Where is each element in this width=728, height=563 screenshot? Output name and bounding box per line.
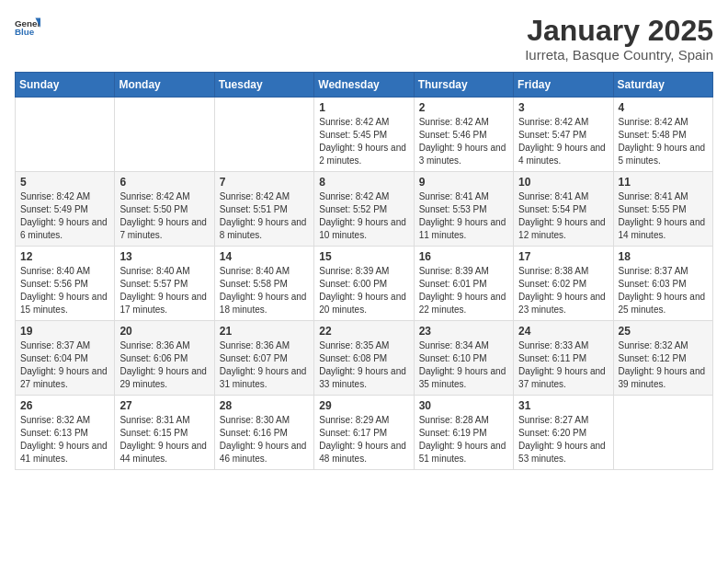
day-number: 5: [20, 176, 109, 189]
day-sunrise: Sunrise: 8:42 AM: [119, 190, 209, 203]
day-sunrise: Sunrise: 8:35 AM: [319, 339, 408, 352]
day-daylight: Daylight: 9 hours and 4 minutes.: [518, 142, 608, 167]
day-number: 19: [20, 325, 109, 338]
table-row: [115, 98, 214, 172]
day-number: 27: [119, 399, 209, 412]
day-daylight: Daylight: 9 hours and 20 minutes.: [319, 291, 408, 316]
day-number: 2: [419, 101, 508, 114]
day-sunset: Sunset: 6:15 PM: [119, 427, 209, 440]
day-sunrise: Sunrise: 8:40 AM: [20, 265, 109, 278]
table-row: [214, 98, 313, 172]
day-number: 18: [619, 250, 708, 263]
day-sunrise: Sunrise: 8:36 AM: [220, 339, 309, 352]
day-sunrise: Sunrise: 8:42 AM: [20, 190, 109, 203]
day-daylight: Daylight: 9 hours and 33 minutes.: [319, 365, 408, 391]
table-row: 22 Sunrise: 8:35 AM Sunset: 6:08 PM Dayl…: [314, 321, 414, 396]
table-row: 3 Sunrise: 8:42 AM Sunset: 5:47 PM Dayli…: [514, 98, 613, 172]
day-sunrise: Sunrise: 8:41 AM: [619, 190, 708, 203]
table-row: [16, 98, 115, 172]
day-number: 16: [419, 250, 508, 263]
table-row: 10 Sunrise: 8:41 AM Sunset: 5:54 PM Dayl…: [514, 172, 613, 247]
day-sunrise: Sunrise: 8:34 AM: [419, 339, 508, 352]
day-daylight: Daylight: 9 hours and 14 minutes.: [619, 216, 708, 242]
day-sunrise: Sunrise: 8:30 AM: [220, 414, 309, 427]
day-sunset: Sunset: 5:48 PM: [619, 129, 708, 142]
day-sunset: Sunset: 6:17 PM: [319, 427, 408, 440]
day-number: 22: [319, 325, 408, 338]
logo: General Blue: [15, 15, 40, 40]
title-block: January 2025 Iurreta, Basque Country, Sp…: [525, 15, 713, 63]
day-number: 17: [518, 250, 608, 263]
day-sunset: Sunset: 6:04 PM: [20, 352, 109, 365]
header-friday: Friday: [514, 73, 613, 98]
day-sunrise: Sunrise: 8:39 AM: [419, 265, 508, 278]
table-row: 8 Sunrise: 8:42 AM Sunset: 5:52 PM Dayli…: [314, 172, 414, 247]
day-daylight: Daylight: 9 hours and 11 minutes.: [419, 216, 508, 242]
day-sunrise: Sunrise: 8:42 AM: [419, 116, 508, 129]
day-sunset: Sunset: 6:20 PM: [518, 427, 608, 440]
day-daylight: Daylight: 9 hours and 23 minutes.: [518, 291, 608, 316]
day-sunrise: Sunrise: 8:36 AM: [119, 339, 209, 352]
day-number: 7: [220, 176, 309, 189]
day-sunset: Sunset: 5:54 PM: [518, 203, 608, 216]
day-sunset: Sunset: 5:53 PM: [419, 203, 508, 216]
svg-text:Blue: Blue: [15, 27, 35, 37]
day-daylight: Daylight: 9 hours and 18 minutes.: [220, 291, 309, 316]
day-daylight: Daylight: 9 hours and 3 minutes.: [419, 142, 508, 167]
day-daylight: Daylight: 9 hours and 37 minutes.: [518, 365, 608, 391]
table-row: 19 Sunrise: 8:37 AM Sunset: 6:04 PM Dayl…: [16, 321, 115, 396]
day-sunrise: Sunrise: 8:33 AM: [518, 339, 608, 352]
day-number: 11: [619, 176, 708, 189]
page-header: General Blue January 2025 Iurreta, Basqu…: [15, 15, 713, 63]
day-sunrise: Sunrise: 8:42 AM: [518, 116, 608, 129]
day-daylight: Daylight: 9 hours and 41 minutes.: [20, 440, 109, 465]
day-sunset: Sunset: 5:51 PM: [220, 203, 309, 216]
day-sunrise: Sunrise: 8:41 AM: [518, 190, 608, 203]
table-row: 16 Sunrise: 8:39 AM Sunset: 6:01 PM Dayl…: [414, 247, 513, 321]
day-sunset: Sunset: 5:57 PM: [119, 278, 209, 291]
day-daylight: Daylight: 9 hours and 39 minutes.: [619, 365, 708, 391]
table-row: 1 Sunrise: 8:42 AM Sunset: 5:45 PM Dayli…: [314, 98, 414, 172]
day-number: 30: [419, 399, 508, 412]
day-daylight: Daylight: 9 hours and 2 minutes.: [319, 142, 408, 167]
day-number: 20: [119, 325, 209, 338]
day-sunrise: Sunrise: 8:42 AM: [319, 190, 408, 203]
weekday-header-row: Sunday Monday Tuesday Wednesday Thursday…: [16, 73, 713, 98]
table-row: 14 Sunrise: 8:40 AM Sunset: 5:58 PM Dayl…: [214, 247, 313, 321]
day-daylight: Daylight: 9 hours and 10 minutes.: [319, 216, 408, 242]
day-sunset: Sunset: 6:19 PM: [419, 427, 508, 440]
table-row: 20 Sunrise: 8:36 AM Sunset: 6:06 PM Dayl…: [115, 321, 214, 396]
day-sunset: Sunset: 6:00 PM: [319, 278, 408, 291]
table-row: 21 Sunrise: 8:36 AM Sunset: 6:07 PM Dayl…: [214, 321, 313, 396]
day-daylight: Daylight: 9 hours and 46 minutes.: [220, 440, 309, 465]
day-sunset: Sunset: 6:11 PM: [518, 352, 608, 365]
table-row: 7 Sunrise: 8:42 AM Sunset: 5:51 PM Dayli…: [214, 172, 313, 247]
day-daylight: Daylight: 9 hours and 44 minutes.: [119, 440, 209, 465]
table-row: 12 Sunrise: 8:40 AM Sunset: 5:56 PM Dayl…: [16, 247, 115, 321]
logo-icon: General Blue: [15, 15, 40, 40]
calendar-subtitle: Iurreta, Basque Country, Spain: [525, 47, 713, 63]
day-sunrise: Sunrise: 8:42 AM: [220, 190, 309, 203]
table-row: 28 Sunrise: 8:30 AM Sunset: 6:16 PM Dayl…: [214, 396, 313, 470]
day-sunset: Sunset: 6:02 PM: [518, 278, 608, 291]
day-daylight: Daylight: 9 hours and 31 minutes.: [220, 365, 309, 391]
header-thursday: Thursday: [414, 73, 513, 98]
day-number: 21: [220, 325, 309, 338]
table-row: 27 Sunrise: 8:31 AM Sunset: 6:15 PM Dayl…: [115, 396, 214, 470]
header-tuesday: Tuesday: [214, 73, 313, 98]
week-row-1: 5 Sunrise: 8:42 AM Sunset: 5:49 PM Dayli…: [16, 172, 713, 247]
day-number: 29: [319, 399, 408, 412]
day-sunrise: Sunrise: 8:42 AM: [619, 116, 708, 129]
day-daylight: Daylight: 9 hours and 15 minutes.: [20, 291, 109, 316]
day-sunrise: Sunrise: 8:37 AM: [20, 339, 109, 352]
day-daylight: Daylight: 9 hours and 29 minutes.: [119, 365, 209, 391]
day-sunset: Sunset: 5:49 PM: [20, 203, 109, 216]
day-sunset: Sunset: 6:06 PM: [119, 352, 209, 365]
week-row-0: 1 Sunrise: 8:42 AM Sunset: 5:45 PM Dayli…: [16, 98, 713, 172]
day-daylight: Daylight: 9 hours and 35 minutes.: [419, 365, 508, 391]
day-number: 12: [20, 250, 109, 263]
day-sunset: Sunset: 5:46 PM: [419, 129, 508, 142]
table-row: 15 Sunrise: 8:39 AM Sunset: 6:00 PM Dayl…: [314, 247, 414, 321]
day-sunrise: Sunrise: 8:38 AM: [518, 265, 608, 278]
table-row: 13 Sunrise: 8:40 AM Sunset: 5:57 PM Dayl…: [115, 247, 214, 321]
